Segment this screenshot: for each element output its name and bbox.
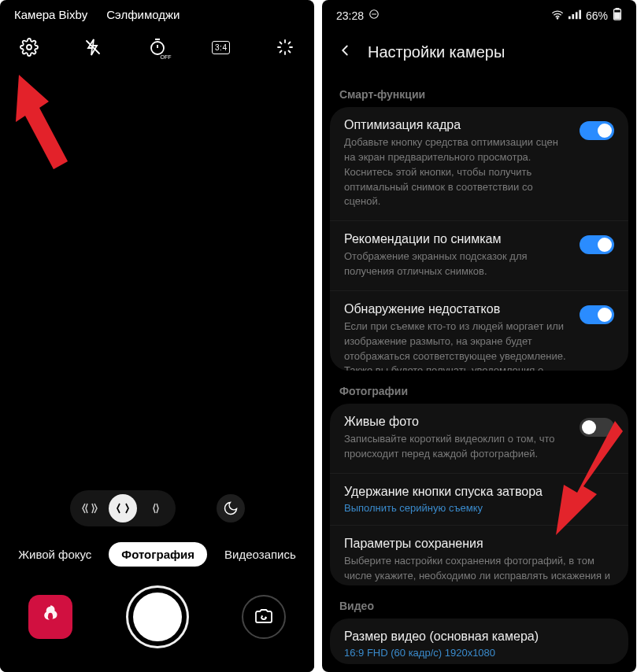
toggle-shot-suggestions[interactable]: [580, 235, 614, 254]
camera-screen: Камера Bixby Сэлфимоджи OFF 3:4: [0, 0, 314, 672]
status-bar: 23:28 66%: [322, 0, 636, 26]
toggle-scene-optimizer[interactable]: [580, 121, 614, 140]
svg-rect-9: [572, 14, 574, 19]
svg-rect-8: [568, 17, 571, 20]
setting-save-options[interactable]: Параметры сохранения Выберите настройки …: [330, 525, 628, 586]
top-tab-bixby[interactable]: Камера Bixby: [14, 8, 87, 21]
effects-icon[interactable]: [273, 35, 297, 59]
svg-point-7: [557, 18, 557, 19]
setting-scene-optimizer[interactable]: Оптимизация кадра Добавьте кнопку средст…: [330, 107, 628, 220]
mode-live-focus[interactable]: Живой фокус: [18, 548, 91, 561]
settings-screen: 23:28 66% Настройки камеры Смарт-функции: [322, 0, 636, 672]
setting-desc: Если при съемке кто-то из людей моргает …: [344, 319, 572, 371]
setting-desc: Записывайте короткий видеоклип о том, чт…: [344, 432, 572, 462]
svg-rect-13: [616, 8, 619, 9]
setting-desc: Выберите настройки сохранения фотографий…: [344, 554, 614, 586]
setting-title: Удержание кнопки спуска затвора: [344, 485, 614, 499]
page-title: Настройки камеры: [368, 43, 505, 61]
lens-tele[interactable]: [142, 494, 170, 522]
svg-marker-3: [16, 75, 68, 169]
status-time: 23:28: [336, 9, 364, 22]
setting-title: Живые фото: [344, 415, 572, 429]
setting-flaw-detection[interactable]: Обнаружение недостатков Если при съемке …: [330, 290, 628, 371]
mode-video[interactable]: Видеозапись: [224, 548, 296, 561]
mode-selector[interactable]: Живой фокус Фотография Видеозапись: [0, 536, 314, 579]
svg-rect-10: [576, 12, 578, 19]
night-mode-icon[interactable]: [217, 494, 245, 522]
shutter-button[interactable]: [126, 585, 189, 648]
setting-title: Обнаружение недостатков: [344, 302, 572, 316]
battery-label: 66%: [586, 9, 608, 22]
svg-rect-11: [579, 10, 581, 20]
aspect-ratio-icon[interactable]: 3:4: [209, 35, 233, 59]
setting-desc: Отображение экранных подсказок для получ…: [344, 249, 572, 279]
timer-off-icon[interactable]: OFF: [146, 35, 169, 59]
dnd-icon: [368, 9, 380, 22]
switch-camera-button[interactable]: [242, 595, 286, 639]
setting-link: 16:9 FHD (60 кадр/с) 1920x1080: [344, 647, 614, 659]
annotation-arrow-1: [11, 67, 82, 193]
camera-toolbar: OFF 3:4: [0, 24, 314, 75]
svg-point-4: [48, 615, 53, 619]
battery-icon: [613, 8, 622, 23]
setting-link: Выполнить серийную съемку: [344, 502, 614, 514]
viewfinder[interactable]: Живой фокус Фотография Видеозапись: [0, 75, 314, 672]
svg-point-0: [27, 45, 31, 50]
signal-icon: [568, 9, 581, 22]
setting-hold-shutter[interactable]: Удержание кнопки спуска затвора Выполнит…: [330, 473, 628, 525]
section-video: Видео: [322, 593, 636, 618]
section-photos: Фотографии: [322, 378, 636, 404]
lens-selector[interactable]: [70, 490, 176, 526]
top-tab-selfiemoji[interactable]: Сэлфимоджи: [106, 8, 180, 21]
setting-title: Параметры сохранения: [344, 537, 614, 551]
back-icon[interactable]: [336, 42, 354, 63]
section-smart-functions: Смарт-функции: [322, 82, 636, 107]
setting-shot-suggestions[interactable]: Рекомендации по снимкам Отображение экра…: [330, 220, 628, 290]
svg-rect-14: [615, 13, 620, 19]
toggle-flaw-detection[interactable]: [580, 305, 614, 324]
setting-title: Рекомендации по снимкам: [344, 232, 572, 246]
setting-title: Размер видео (основная камера): [344, 630, 614, 644]
flash-off-icon[interactable]: [81, 35, 105, 59]
setting-title: Оптимизация кадра: [344, 118, 572, 132]
setting-video-size-rear[interactable]: Размер видео (основная камера) 16:9 FHD …: [330, 618, 628, 664]
gallery-thumbnail[interactable]: [28, 595, 72, 639]
lens-ultrawide[interactable]: [76, 494, 104, 522]
wifi-icon: [551, 9, 564, 22]
setting-desc: Добавьте кнопку средства оптимизации сце…: [344, 135, 572, 209]
setting-motion-photos[interactable]: Живые фото Записывайте короткий видеокли…: [330, 404, 628, 473]
mode-photo[interactable]: Фотография: [109, 542, 207, 567]
toggle-motion-photos[interactable]: [580, 418, 614, 437]
gear-icon[interactable]: [17, 35, 41, 59]
lens-standard[interactable]: [109, 494, 137, 522]
